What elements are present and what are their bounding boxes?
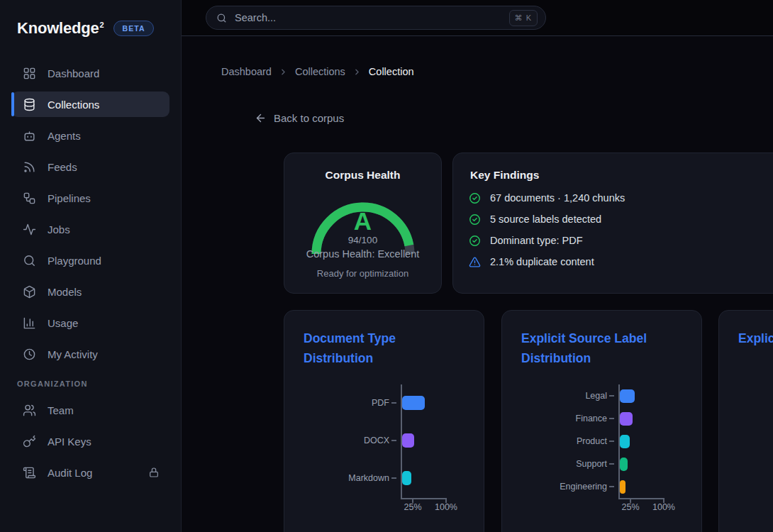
breadcrumb-collection-current: Collection [369,66,414,77]
category-tick-mark [391,477,396,479]
bar-category-label: Legal [502,391,607,401]
bar-category-label: Finance [502,414,607,423]
back-link-label: Back to corpus [274,112,344,124]
category-tick-mark [609,486,614,487]
bar-engineering [620,480,625,494]
bar-category-label: Support [502,459,607,469]
app-logo: Knowledge2 [17,19,104,38]
sidebar-item-label: Team [48,404,74,416]
back-to-corpus-link[interactable]: Back to corpus [255,112,344,124]
bar-category-label: Engineering [502,482,607,492]
sidebar-item-label: Jobs [48,223,70,235]
category-tick-mark [609,395,614,397]
rss-icon [23,160,37,174]
x-axis-line [618,498,664,499]
key-findings-list: 67 documents · 1,240 chunks 5 source lab… [453,187,773,272]
finding-item: 5 source labels detected [453,209,773,230]
logo-row: Knowledge2 BETA [0,0,181,38]
sidebar-nav: Dashboard Collections Agents Feeds [11,60,169,372]
sidebar-item-label: Audit Log [48,467,92,479]
sidebar-org-nav: Team API Keys Audit Log [11,397,169,491]
bar-row: Engineering [502,480,625,494]
corpus-health-title: Corpus Health [284,169,441,182]
sidebar-item-audit-log[interactable]: Audit Log [11,460,169,485]
x-tick-label: 25% [616,502,645,512]
x-tick-label: 100% [650,502,678,512]
search-icon [216,13,227,23]
corpus-health-card: Corpus Health A 94/100 Corpus Health: Ex… [284,153,442,294]
app-root: Knowledge2 BETA Dashboard Collections [0,0,773,532]
bar-docx [402,433,414,448]
users-icon [23,404,37,417]
chart-title: Document Type Distribution [304,328,484,368]
sidebar-item-label: Agents [48,130,81,142]
sidebar: Knowledge2 BETA Dashboard Collections [0,0,182,532]
sidebar-item-my-activity[interactable]: My Activity [11,341,169,367]
beta-badge: BETA [113,21,153,36]
health-grade: A [284,207,441,235]
main-content: Dashboard Collections Collection Back to… [182,36,773,532]
sidebar-item-label: Dashboard [48,67,99,79]
sidebar-section-organization: ORGANIZATION [17,379,88,388]
sidebar-item-agents[interactable]: Agents [11,123,169,148]
bar-category-label: PDF [284,398,389,408]
clock-icon [23,348,37,361]
bar-row: PDF [284,396,425,410]
check-circle-icon [469,235,481,247]
health-status: Corpus Health: Excellent [284,248,441,260]
breadcrumb-collections[interactable]: Collections [295,66,345,77]
health-note: Ready for optimization [284,268,441,279]
database-icon [23,98,37,111]
chart-title: Explicit Source Label Distribution [521,328,701,368]
bar-row: DOCX [284,433,414,448]
finding-item: 67 documents · 1,240 chunks [453,187,773,209]
bar-category-label: DOCX [284,436,389,445]
category-tick-mark [609,463,614,465]
search-icon [23,254,37,267]
sidebar-item-usage[interactable]: Usage [11,310,169,336]
sidebar-item-label: Pipelines [48,192,91,204]
health-score: 94/100 [284,235,441,245]
activity-icon [23,223,37,236]
bar-row: Support [502,457,628,471]
sidebar-item-team[interactable]: Team [11,397,169,423]
sidebar-item-api-keys[interactable]: API Keys [11,428,169,454]
chevron-right-icon [279,67,288,77]
category-tick-mark [391,440,396,441]
key-findings-card: Key Findings 67 documents · 1,240 chunks… [452,153,773,294]
sidebar-item-jobs[interactable]: Jobs [11,216,169,242]
sidebar-item-dashboard[interactable]: Dashboard [11,60,169,86]
category-tick-mark [609,418,614,419]
chevron-right-icon [352,67,362,77]
keyboard-shortcut-badge: ⌘ K [509,10,538,26]
search-bar[interactable]: ⌘ K [206,6,546,30]
sidebar-item-feeds[interactable]: Feeds [11,154,169,179]
bar-support [620,458,628,471]
sidebar-item-label: Collections [48,99,99,111]
scroll-icon [23,466,37,480]
workflow-icon [23,192,37,205]
x-tick-label: 100% [432,502,460,512]
sidebar-item-models[interactable]: Models [11,279,169,304]
bar-finance [620,412,633,426]
sidebar-item-pipelines[interactable]: Pipelines [11,185,169,211]
breadcrumb-dashboard[interactable]: Dashboard [221,66,272,77]
bar-pdf [402,396,425,410]
search-input[interactable] [233,11,509,24]
sidebar-item-label: Feeds [48,161,77,173]
bar-chart-icon [23,316,37,330]
sidebar-item-collections[interactable]: Collections [11,92,169,117]
alert-triangle-icon [469,256,481,268]
bar-legal [620,389,635,403]
finding-text: Dominant type: PDF [490,235,583,246]
arrow-left-icon [255,112,267,124]
finding-item: 2.1% duplicate content [453,251,773,272]
finding-text: 5 source labels detected [490,214,601,225]
sidebar-item-label: My Activity [48,348,98,360]
sidebar-item-label: Models [48,286,82,298]
box-icon [23,285,37,299]
bar-row: Product [502,434,630,448]
check-circle-icon [469,214,481,226]
document-type-chart-card: Document Type Distribution 25% 100% PDF … [284,310,484,532]
sidebar-item-playground[interactable]: Playground [11,248,169,273]
